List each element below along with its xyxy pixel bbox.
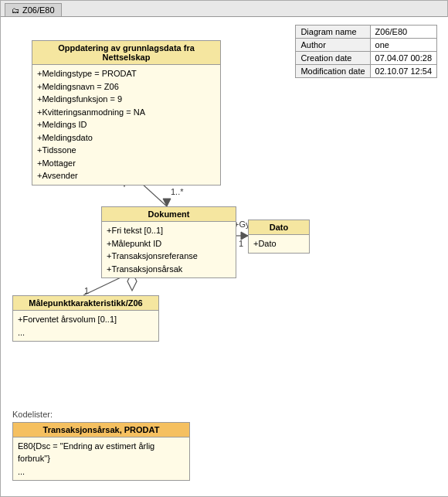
uml-dokument-line-3: +Transaksjonsårsak [107, 263, 231, 276]
svg-text:1: 1 [84, 286, 89, 295]
info-row-modification: Modification date 02.10.07 12:54 [296, 65, 437, 78]
tab-label: Z06/E80 [22, 5, 55, 15]
kodelister-section: Kodelister: Transaksjonsårsak, PRODAT E8… [12, 410, 190, 482]
info-key-author: Author [296, 39, 370, 52]
svg-text:1..*: 1..* [171, 187, 184, 196]
info-key-diagram-name: Diagram name [296, 26, 370, 39]
kodelister-box-header: Transaksjonsårsak, PRODAT [13, 423, 189, 437]
uml-dato: Dato +Dato [248, 220, 310, 254]
svg-marker-2 [163, 199, 171, 206]
info-row-creation: Creation date 07.04.07 00:28 [296, 52, 437, 65]
uml-nettselskap-line-3: +Kvitteringsanmodning = NA [37, 106, 216, 119]
info-key-creation: Creation date [296, 52, 370, 65]
uml-malepunkt-line-0: +Forventet årsvolum [0..1] [18, 313, 154, 326]
uml-malepunkt-header: Målepunktkarakteristikk/Z06 [13, 296, 158, 311]
uml-nettselskap-line-6: +Tidssone [37, 144, 216, 157]
uml-dato-line-0: +Dato [253, 237, 304, 250]
uml-nettselskap-line-2: +Meldingsfunksjon = 9 [37, 93, 216, 106]
uml-nettselskap-line-1: +Meldingsnavn = Z06 [37, 80, 216, 94]
svg-marker-5 [241, 232, 248, 240]
diagram-area: Diagram name Z06/E80 Author one Creation… [1, 17, 448, 496]
info-row-diagram-name: Diagram name Z06/E80 [296, 26, 437, 39]
uml-nettselskap-header: Oppdatering av grunnlagsdata fra Nettsel… [32, 41, 220, 65]
diagram-icon: 🗂 [12, 6, 19, 15]
uml-dokument-line-0: +Fri tekst [0..1] [107, 224, 231, 237]
uml-dato-body: +Dato [249, 235, 309, 253]
uml-dokument-line-1: +Målepunkt ID [107, 237, 231, 250]
info-val-author: one [370, 39, 436, 52]
uml-dokument-header: Dokument [102, 207, 236, 222]
info-table: Diagram name Z06/E80 Author one Creation… [295, 25, 437, 78]
svg-text:1: 1 [239, 239, 243, 248]
uml-malepunkt-body: +Forventet årsvolum [0..1] ... [13, 311, 158, 341]
uml-nettselskap-line-7: +Mottager [37, 157, 216, 170]
kodelister-box-body: E80{Dsc = "Endring av estimert årlig for… [13, 437, 189, 481]
uml-nettselskap-line-0: +Meldingstype = PRODAT [37, 67, 216, 80]
kodelister-line-1: ... [18, 465, 185, 478]
uml-dato-header: Dato [249, 220, 309, 235]
uml-nettselskap-body: +Meldingstype = PRODAT +Meldingsnavn = Z… [32, 65, 220, 185]
diagram-tab[interactable]: 🗂 Z06/E80 [5, 3, 62, 16]
uml-dokument-line-2: +Transaksjonsreferanse [107, 250, 231, 263]
uml-malepunkt-line-1: ... [18, 326, 154, 339]
uml-nettselskap-line-4: +Meldings ID [37, 118, 216, 131]
uml-nettselskap-line-5: +Meldingsdato [37, 131, 216, 145]
uml-malepunkt: Målepunktkarakteristikk/Z06 +Forventet å… [12, 295, 159, 342]
uml-nettselskap-line-8: +Avsender [37, 169, 216, 182]
info-val-modification: 02.10.07 12:54 [370, 65, 436, 78]
kodelister-line-0: E80{Dsc = "Endring av estimert årlig for… [18, 440, 185, 465]
info-key-modification: Modification date [296, 65, 370, 78]
uml-dokument-body: +Fri tekst [0..1] +Målepunkt ID +Transak… [102, 222, 236, 277]
tab-bar: 🗂 Z06/E80 [1, 1, 447, 17]
uml-dokument: Dokument +Fri tekst [0..1] +Målepunkt ID… [101, 206, 236, 278]
main-window: 🗂 Z06/E80 Diagram name Z06/E80 Author on… [0, 0, 448, 497]
uml-nettselskap: Oppdatering av grunnlagsdata fra Nettsel… [32, 40, 221, 186]
info-val-diagram-name: Z06/E80 [370, 26, 436, 39]
info-row-author: Author one [296, 39, 437, 52]
kodelister-label: Kodelister: [12, 410, 190, 419]
info-val-creation: 07.04.07 00:28 [370, 52, 436, 65]
kodelister-box: Transaksjonsårsak, PRODAT E80{Dsc = "End… [12, 422, 190, 482]
